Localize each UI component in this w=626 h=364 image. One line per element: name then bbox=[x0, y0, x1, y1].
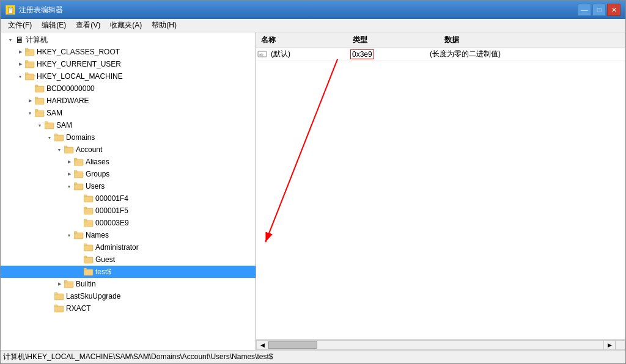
expander-users[interactable] bbox=[64, 181, 74, 191]
folder-icon-u2 bbox=[84, 206, 94, 215]
svg-rect-31 bbox=[74, 233, 83, 239]
tree-label-aliases: Aliases bbox=[86, 158, 109, 166]
tree-item-hardware[interactable]: HARDWARE bbox=[1, 95, 256, 107]
tree-scroll[interactable]: 🖥 计算机 HKEY_CLASSES_ROOT HKEY_CURRENT_USE… bbox=[1, 32, 256, 350]
tree-item-bcd[interactable]: BCD00000000 bbox=[1, 82, 256, 95]
expander-hklm[interactable] bbox=[15, 71, 25, 81]
folder-icon-test bbox=[84, 268, 94, 276]
expander-hkcu[interactable] bbox=[15, 59, 25, 69]
svg-line-48 bbox=[265, 59, 337, 242]
tree-item-test[interactable]: test$ bbox=[1, 266, 256, 278]
svg-rect-36 bbox=[84, 256, 87, 258]
expander-aliases[interactable] bbox=[64, 157, 74, 167]
bottom-scrollbar[interactable]: ◀ ▶ bbox=[256, 339, 625, 350]
folder-icon-hklm bbox=[25, 72, 35, 81]
svg-rect-26 bbox=[84, 195, 87, 197]
expander-sam2[interactable] bbox=[35, 120, 45, 130]
svg-rect-37 bbox=[84, 269, 93, 275]
tree-label-lastsku: LastSkuUpgrade bbox=[66, 292, 120, 300]
folder-icon-u1 bbox=[84, 194, 94, 203]
tree-item-administrator[interactable]: Administrator bbox=[1, 241, 256, 253]
tree-item-u2[interactable]: 000001F5 bbox=[1, 205, 256, 217]
tree-item-builtin[interactable]: Builtin bbox=[1, 278, 256, 290]
tree-item-sam[interactable]: SAM bbox=[1, 107, 256, 119]
folder-icon-domains bbox=[54, 133, 64, 142]
menu-help[interactable]: 帮助(H) bbox=[147, 19, 182, 32]
tree-item-users[interactable]: Users bbox=[1, 180, 256, 192]
tree-item-hklm[interactable]: HKEY_LOCAL_MACHINE bbox=[1, 70, 256, 82]
status-bar: 计算机\HKEY_LOCAL_MACHINE\SAM\SAM\Domains\A… bbox=[1, 350, 625, 363]
maximize-button[interactable]: □ bbox=[592, 4, 606, 16]
menu-file[interactable]: 文件(F) bbox=[3, 19, 37, 32]
hscroll-track[interactable] bbox=[268, 340, 603, 350]
svg-rect-5 bbox=[25, 74, 34, 80]
svg-rect-14 bbox=[45, 122, 48, 123]
window-title: 注册表编辑器 bbox=[19, 5, 63, 15]
expander-hardware[interactable] bbox=[25, 96, 35, 106]
menu-view[interactable]: 查看(V) bbox=[71, 19, 105, 32]
tree-item-domains[interactable]: Domains bbox=[1, 131, 256, 144]
hscroll-left-btn[interactable]: ◀ bbox=[256, 340, 268, 350]
folder-icon-administrator bbox=[84, 243, 94, 252]
close-button[interactable]: ✕ bbox=[607, 4, 620, 16]
tree-label-users: Users bbox=[86, 182, 105, 191]
tree-label-hardware: HARDWARE bbox=[46, 96, 89, 105]
tree-item-hkcr[interactable]: HKEY_CLASSES_ROOT bbox=[1, 46, 256, 58]
tree-item-names[interactable]: Names bbox=[1, 229, 256, 241]
tree-item-groups[interactable]: Groups bbox=[1, 168, 256, 180]
tree-label-guest: Guest bbox=[95, 255, 115, 264]
minimize-button[interactable]: — bbox=[578, 4, 591, 16]
svg-rect-27 bbox=[84, 208, 93, 214]
tree-label-u3: 000003E9 bbox=[95, 219, 129, 227]
expander-computer[interactable] bbox=[6, 35, 15, 45]
expander-guest bbox=[74, 255, 84, 264]
svg-rect-29 bbox=[84, 220, 93, 227]
folder-icon-hkcu bbox=[25, 60, 35, 68]
col-header-type: 类型 bbox=[348, 34, 440, 46]
computer-icon: 🖥 bbox=[15, 35, 24, 45]
tree-item-computer[interactable]: 🖥 计算机 bbox=[1, 34, 256, 46]
registry-row-default[interactable]: ab (默认) 0x3e9 (长度为零的二进制值) bbox=[256, 48, 625, 60]
hscroll-right-btn[interactable]: ▶ bbox=[603, 340, 616, 350]
expander-groups[interactable] bbox=[64, 169, 74, 179]
tree-item-lastsku[interactable]: LastSkuUpgrade bbox=[1, 290, 256, 302]
tree-item-rxact[interactable]: RXACT bbox=[1, 302, 256, 315]
svg-rect-22 bbox=[74, 170, 77, 172]
folder-icon-account bbox=[64, 145, 74, 154]
folder-icon-guest bbox=[84, 255, 94, 264]
arrow-overlay bbox=[256, 48, 625, 339]
expander-names[interactable] bbox=[64, 230, 74, 240]
tree-item-u3[interactable]: 000003E9 bbox=[1, 217, 256, 229]
status-path: 计算机\HKEY_LOCAL_MACHINE\SAM\SAM\Domains\A… bbox=[3, 352, 273, 362]
tree-label-administrator: Administrator bbox=[95, 243, 139, 252]
svg-rect-20 bbox=[74, 158, 77, 160]
svg-rect-32 bbox=[74, 231, 77, 233]
svg-rect-10 bbox=[35, 97, 38, 99]
folder-icon-aliases bbox=[74, 158, 84, 166]
expander-domains[interactable] bbox=[45, 133, 54, 142]
svg-rect-38 bbox=[84, 268, 87, 270]
right-content[interactable]: ab (默认) 0x3e9 (长度为零的二进制值) bbox=[256, 48, 625, 339]
tree-item-guest[interactable]: Guest bbox=[1, 253, 256, 266]
expander-sam[interactable] bbox=[25, 108, 35, 118]
svg-rect-3 bbox=[25, 62, 34, 68]
svg-rect-23 bbox=[74, 184, 83, 190]
tree-item-sam2[interactable]: SAM bbox=[1, 119, 256, 131]
expander-hkcr[interactable] bbox=[15, 47, 25, 57]
hscroll-thumb[interactable] bbox=[268, 341, 317, 349]
menu-favorites[interactable]: 收藏夹(A) bbox=[105, 19, 147, 32]
expander-u1 bbox=[74, 194, 84, 203]
tree-item-aliases[interactable]: Aliases bbox=[1, 156, 256, 168]
tree-item-account[interactable]: Account bbox=[1, 144, 256, 156]
folder-icon-users bbox=[74, 182, 84, 191]
right-pane: 名称 类型 数据 ab (默认) 0x bbox=[256, 32, 625, 350]
folder-icon-rxact bbox=[54, 304, 64, 313]
svg-rect-34 bbox=[84, 244, 87, 246]
tree-item-u1[interactable]: 000001F4 bbox=[1, 192, 256, 205]
expander-builtin[interactable] bbox=[54, 279, 64, 289]
tree-item-hkcu[interactable]: HKEY_CURRENT_USER bbox=[1, 58, 256, 70]
svg-rect-7 bbox=[35, 86, 44, 92]
menu-edit[interactable]: 编辑(E) bbox=[37, 19, 71, 32]
expander-account[interactable] bbox=[54, 145, 64, 155]
right-header: 名称 类型 数据 bbox=[256, 32, 625, 48]
